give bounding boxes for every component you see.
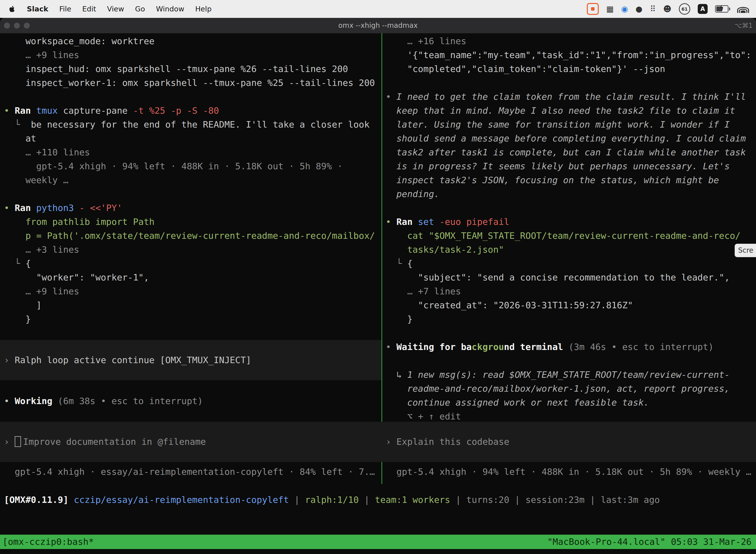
blank-line bbox=[382, 354, 756, 368]
screen-recording-indicator-icon[interactable] bbox=[587, 3, 599, 15]
tmux-status-bar: [omx-cczip0:bash* "MacBook-Pro-44.local"… bbox=[0, 535, 756, 549]
text-segment: readme-and-reco/mailbox/worker-1.json, a… bbox=[386, 384, 730, 394]
active-app-menu[interactable]: Slack bbox=[27, 5, 48, 13]
text-segment: | bbox=[359, 495, 375, 505]
text-segment: I need to get the claim token from the c… bbox=[396, 92, 746, 102]
text-segment: • bbox=[386, 92, 396, 102]
text-segment: later. Using the same for transition mig… bbox=[386, 119, 730, 129]
wifi-icon[interactable] bbox=[738, 5, 749, 13]
text-segment: (3m 46s • esc to interrupt) bbox=[568, 342, 713, 352]
text-segment: continue assigned work or next feasible … bbox=[386, 397, 649, 407]
terminal-line: • Ran tmux capture-pane -t %25 -p -S -80 bbox=[0, 104, 381, 118]
text-segment: ckgrou bbox=[472, 342, 504, 352]
terminal-line: inspect_worker-1: omx sparkshell --tmux-… bbox=[0, 76, 381, 90]
terminal-pane-left[interactable]: workspace_mode: worktree … +9 lines insp… bbox=[0, 33, 381, 465]
text-segment: (6m 38s • esc to interrupt) bbox=[58, 396, 203, 406]
text-segment: Ran bbox=[396, 217, 418, 227]
terminal-line: later. Using the same for transition mig… bbox=[382, 118, 756, 131]
text-segment: nd terminal bbox=[504, 342, 568, 352]
text-segment: keep that in mind. Maybe I also need the… bbox=[386, 106, 735, 116]
text-segment: ↳ 1 new msg(s): read $OMX_TEAM_STATE_ROO… bbox=[386, 370, 730, 380]
text-segment: python3 bbox=[36, 203, 79, 213]
text-segment: • bbox=[386, 342, 396, 352]
text-segment: gpt-5.4 xhigh · essay/ai-reimplementatio… bbox=[4, 466, 375, 477]
blue-app-icon[interactable]: ◉ bbox=[621, 4, 628, 14]
window-shortcut-hint: ⌥⌘1 bbox=[735, 18, 753, 33]
text-segment: } bbox=[386, 314, 413, 324]
terminal-line: readme-and-reco/mailbox/worker-1.json, a… bbox=[382, 382, 756, 396]
text-segment: | bbox=[509, 495, 525, 505]
window-titlebar[interactable]: omx --xhigh --madmax ⌥⌘1 bbox=[0, 18, 756, 33]
terminal-line: should send a message before completing … bbox=[382, 131, 756, 146]
blank-line bbox=[0, 380, 381, 394]
apple-menu-icon[interactable] bbox=[8, 5, 16, 13]
input-source-icon[interactable]: A bbox=[698, 4, 708, 14]
menu-view[interactable]: View bbox=[107, 5, 124, 13]
terminal-line: } bbox=[0, 312, 381, 326]
text-segment: workspace_mode: worktree bbox=[4, 36, 154, 46]
menu-help[interactable]: Help bbox=[195, 5, 211, 13]
text-segment: cczip/essay/ai-reimplementation-copyleft bbox=[74, 495, 289, 505]
text-segment: is in progress? It seems likely but perh… bbox=[386, 161, 730, 171]
right-input-prompt[interactable]: › Explain this codebase bbox=[382, 422, 756, 462]
terminal-line: cat "$OMX_TEAM_STATE_ROOT/team/review-cu… bbox=[382, 229, 756, 243]
left-input-prompt[interactable]: › Improve documentation in @filename bbox=[0, 422, 385, 462]
text-segment: • bbox=[4, 106, 15, 116]
text-segment: Improve documentation in @filename bbox=[23, 437, 206, 447]
terminal-line: p = Path('.omx/state/team/review-current… bbox=[0, 229, 381, 243]
text-segment: … +16 lines bbox=[386, 36, 466, 46]
text-segment: '{"team_name":"my-team","task_id":"1","f… bbox=[386, 50, 751, 60]
terminal-line: • Working (6m 38s • esc to interrupt) bbox=[0, 394, 381, 408]
battery-icon[interactable]: ϟ bbox=[715, 5, 730, 13]
blank-line bbox=[382, 76, 756, 90]
menu-go[interactable]: Go bbox=[135, 5, 145, 13]
text-segment: p = Path('.omx/state/team/review-current… bbox=[4, 231, 375, 241]
text-segment: -euo pipefail bbox=[440, 217, 509, 227]
prompt-row[interactable]: › Ralph loop active continue [OMX_TMUX_I… bbox=[0, 340, 381, 380]
terminal-line: inspect_hud: omx sparkshell --tmux-pane … bbox=[0, 62, 381, 76]
terminal-line: … +7 lines bbox=[382, 284, 756, 298]
menu-file[interactable]: File bbox=[59, 5, 71, 13]
terminal-pane-right[interactable]: … +16 lines '{"team_name":"my-team","tas… bbox=[382, 33, 756, 465]
text-segment: "completed","claim_token":"claim-token"}… bbox=[386, 64, 665, 74]
text-segment: … +9 lines bbox=[4, 286, 79, 296]
left-pane-status-line: gpt-5.4 xhigh · essay/ai-reimplementatio… bbox=[0, 465, 385, 479]
right-pane-status-line: gpt-5.4 xhigh · 94% left · 488K in · 5.1… bbox=[382, 465, 756, 479]
terminal-line: └ { bbox=[382, 257, 756, 271]
terminal-line: continue assigned work or next feasible … bbox=[382, 396, 756, 409]
text-segment: { bbox=[407, 258, 413, 269]
text-segment: … +3 lines bbox=[4, 244, 79, 255]
text-segment: • bbox=[4, 203, 15, 213]
text-segment: ralph:1/10 bbox=[305, 495, 359, 505]
dots-grid-icon[interactable]: ⠿ bbox=[650, 4, 655, 14]
text-segment: team:1 workers bbox=[375, 495, 450, 505]
percent-badge-icon[interactable]: 61 bbox=[679, 3, 690, 15]
text-segment: turns:20 bbox=[466, 495, 509, 505]
text-segment: should send a message before completing … bbox=[386, 133, 746, 144]
screen-overlay-button[interactable]: Scre bbox=[735, 244, 756, 257]
terminal-line: at bbox=[0, 131, 381, 146]
text-segment: last:3m ago bbox=[601, 495, 660, 505]
text-segment: gpt-5.4 xhigh · 94% left · 488K in · 5.1… bbox=[386, 466, 751, 477]
terminal-line: … +3 lines bbox=[0, 243, 381, 257]
terminal-line: • Waiting for background terminal (3m 46… bbox=[382, 340, 756, 354]
terminal-line: ⌥ + ↑ edit bbox=[382, 409, 756, 424]
text-segment: Explain this codebase bbox=[396, 437, 509, 447]
terminal-line: gpt-5.4 xhigh · 94% left · 488K in · 5.1… bbox=[0, 159, 381, 173]
menu-edit[interactable]: Edit bbox=[82, 5, 96, 13]
text-segment: | bbox=[289, 495, 305, 505]
dark-app-icon[interactable]: ● bbox=[635, 4, 642, 14]
terminal-line: "worker": "worker-1", bbox=[0, 271, 381, 284]
keyboard-grid-icon[interactable]: ▦ bbox=[606, 4, 614, 14]
text-segment: Ralph loop active continue [OMX_TMUX_INJ… bbox=[15, 355, 251, 365]
text-segment: at bbox=[4, 133, 36, 144]
terminal-line: • Ran set -euo pipefail bbox=[382, 215, 756, 229]
terminal-window: omx --xhigh --madmax ⌥⌘1 workspace_mode:… bbox=[0, 18, 756, 554]
blank-line bbox=[382, 201, 756, 215]
menu-window[interactable]: Window bbox=[156, 5, 184, 13]
terminal-line: pending. bbox=[382, 187, 756, 201]
user-icon[interactable]: ☻ bbox=[663, 4, 672, 14]
text-segment: set bbox=[418, 217, 440, 227]
terminal-line: workspace_mode: worktree bbox=[0, 34, 381, 48]
text-segment: be necessary for the end of the README. … bbox=[31, 119, 369, 129]
